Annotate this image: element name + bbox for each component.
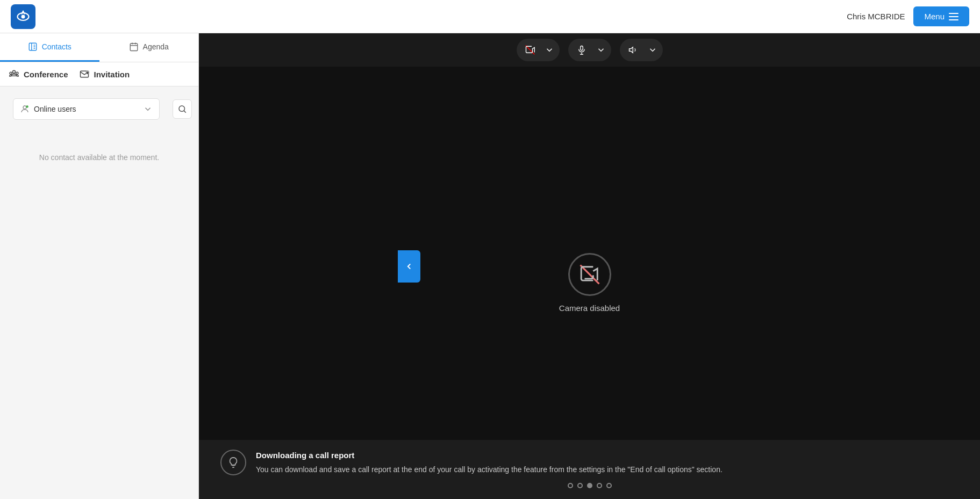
svg-point-20	[26, 105, 28, 108]
lightbulb-icon-circle	[220, 450, 246, 475]
chevron-down-mic-icon	[596, 45, 606, 55]
dot-5[interactable]	[606, 483, 612, 488]
filter-row: Online users	[0, 86, 198, 132]
chevron-down-camera-icon	[545, 45, 554, 55]
video-wrapper: Camera disabled Downloading a call repor…	[199, 33, 980, 499]
bottom-info-bar: Downloading a call report You can downlo…	[199, 440, 980, 499]
header: Chris MCBRIDE Menu	[0, 0, 980, 33]
camera-control	[517, 39, 560, 61]
pagination-dots	[220, 480, 958, 489]
microphone-chevron-button[interactable]	[593, 40, 609, 60]
menu-button[interactable]: Menu	[913, 6, 969, 26]
invitation-icon: +	[79, 69, 90, 79]
chevron-left-icon	[404, 262, 414, 271]
chevron-down-speaker-icon	[648, 45, 657, 55]
svg-text:+: +	[87, 71, 88, 74]
sidebar: Contacts Agenda Conference	[0, 33, 199, 499]
camera-chevron-button[interactable]	[541, 40, 557, 60]
camera-disabled-icon	[580, 264, 600, 285]
sub-tab-invitation-label: Invitation	[94, 70, 130, 79]
microphone-icon	[577, 45, 586, 55]
svg-point-21	[179, 106, 185, 112]
bottom-info-description: You can download and save a call report …	[256, 465, 723, 474]
hamburger-icon	[949, 13, 958, 20]
svg-rect-4	[29, 43, 37, 50]
speaker-chevron-button[interactable]	[645, 40, 661, 60]
dot-3[interactable]	[587, 483, 592, 488]
bottom-info-title: Downloading a call report	[256, 450, 723, 462]
bottom-info-content: Downloading a call report You can downlo…	[220, 450, 958, 475]
svg-point-15	[16, 72, 18, 74]
filter-bar[interactable]: Online users	[13, 98, 160, 120]
no-contact-message: No contact available at the moment.	[0, 132, 198, 183]
speaker-icon	[628, 45, 638, 55]
online-users-icon	[20, 104, 30, 114]
bottom-info-text: Downloading a call report You can downlo…	[256, 450, 723, 475]
svg-point-14	[10, 72, 12, 74]
svg-point-13	[13, 70, 16, 73]
contacts-icon	[28, 42, 38, 52]
svg-point-19	[23, 106, 26, 109]
camera-toggle-button[interactable]	[519, 40, 541, 60]
video-area: Camera disabled Downloading a call repor…	[199, 33, 980, 499]
dot-1[interactable]	[568, 483, 573, 488]
speaker-control	[620, 39, 663, 61]
dot-4[interactable]	[597, 483, 602, 488]
tab-agenda-label: Agenda	[143, 42, 169, 51]
sub-tab-conference-label: Conference	[24, 70, 68, 79]
svg-point-1	[22, 15, 25, 18]
sub-tabs: Conference + Invitation	[0, 62, 198, 86]
microphone-control	[568, 39, 611, 61]
microphone-toggle-button[interactable]	[570, 40, 593, 60]
menu-label: Menu	[924, 12, 945, 21]
app-logo	[11, 4, 35, 29]
main-layout: Contacts Agenda Conference	[0, 33, 980, 499]
filter-select[interactable]: Online users	[34, 105, 139, 113]
speaker-toggle-button[interactable]	[622, 40, 645, 60]
dot-2[interactable]	[577, 483, 583, 488]
camera-off-icon	[525, 45, 535, 55]
tab-contacts[interactable]: Contacts	[0, 33, 99, 62]
agenda-icon	[129, 42, 139, 52]
accessibility-icon	[16, 9, 31, 24]
lightbulb-icon	[227, 457, 239, 468]
user-name: Chris MCBRIDE	[847, 12, 905, 21]
svg-rect-24	[580, 46, 583, 50]
video-toolbar	[199, 33, 980, 67]
svg-marker-27	[629, 47, 633, 53]
camera-disabled-label: Camera disabled	[559, 303, 620, 313]
search-icon-button[interactable]	[173, 99, 192, 119]
sub-tab-conference[interactable]: Conference	[9, 69, 68, 79]
sub-tab-invitation[interactable]: + Invitation	[79, 69, 130, 79]
header-right: Chris MCBRIDE Menu	[847, 6, 969, 26]
tab-contacts-label: Contacts	[42, 42, 71, 51]
chevron-down-icon	[143, 104, 153, 114]
sidebar-tabs: Contacts Agenda	[0, 33, 198, 62]
camera-disabled-area: Camera disabled	[199, 33, 980, 499]
conference-icon	[9, 69, 19, 79]
tab-agenda[interactable]: Agenda	[99, 33, 199, 62]
search-icon	[177, 104, 187, 114]
camera-disabled-icon-circle	[568, 253, 611, 296]
svg-line-22	[184, 111, 185, 112]
svg-rect-9	[130, 44, 138, 51]
collapse-sidebar-button[interactable]	[398, 250, 420, 283]
